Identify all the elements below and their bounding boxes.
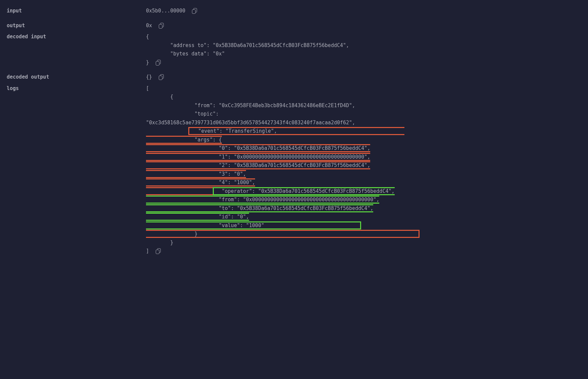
row-input: input 0x5b0...00000: [7, 7, 581, 15]
decoded-input-code: { "address to": "0x5B38Da6a701c568545dCf…: [146, 33, 349, 58]
label-input: input: [7, 7, 146, 15]
copy-icon[interactable]: [156, 60, 161, 65]
row-logs: logs [ { "from": "0xCc3958FE4Beb3bcb894c…: [7, 84, 581, 256]
label-decoded-input: decoded input: [7, 33, 146, 41]
copy-icon[interactable]: [156, 248, 161, 254]
row-decoded-output: decoded output {}: [7, 73, 581, 82]
value-input: 0x5b0...00000: [146, 7, 185, 15]
label-logs: logs: [7, 84, 146, 93]
copy-icon[interactable]: [159, 74, 164, 80]
value-output: 0x: [146, 22, 152, 30]
highlight-event-args: "event": "TransferSingle", "args": { "0"…: [146, 127, 420, 238]
value-decoded-output: {}: [146, 73, 152, 82]
label-output: output: [7, 22, 146, 30]
label-decoded-output: decoded output: [7, 73, 146, 82]
highlight-named-args: "operator": "0x5B38Da6a701c568545dCfcB03…: [146, 187, 395, 229]
copy-icon[interactable]: [159, 23, 164, 28]
row-output: output 0x: [7, 22, 581, 30]
row-decoded-input: decoded input { "address to": "0x5B38Da6…: [7, 33, 581, 67]
logs-code: [ { "from": "0xCc3958FE4Beb3bcb894c18436…: [146, 84, 420, 247]
copy-icon[interactable]: [192, 8, 197, 13]
